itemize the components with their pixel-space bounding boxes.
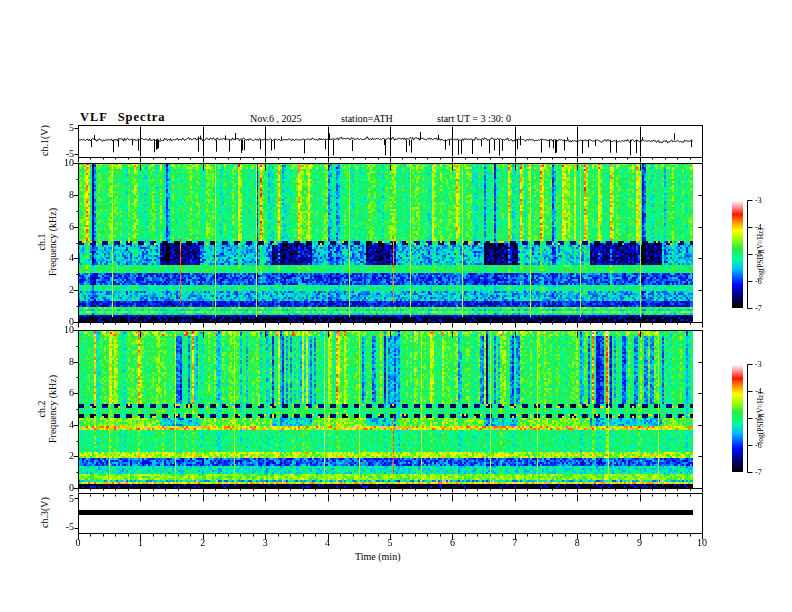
figure-title: VLF Spectra	[80, 110, 166, 125]
colorbar1-gradient	[732, 200, 743, 308]
spec2-y-tick-label: 8	[69, 356, 74, 367]
ch3-voltage-tick-label: 5	[69, 493, 74, 504]
ch2-axis-label-line2: Frequency (kHz)	[47, 349, 58, 469]
colorbar1-tick-label: -4	[755, 223, 762, 232]
ch3-voltage-axis-label: ch.3(V)	[39, 483, 50, 543]
x-tick-label: 8	[567, 537, 587, 548]
ch1-spectrogram-canvas	[78, 163, 702, 322]
colorbar2-tick-label: -5	[755, 414, 762, 423]
x-tick-label: 1	[130, 537, 150, 548]
colorbar2-tick-label: -4	[755, 387, 762, 396]
spec2-y-tick-label: 10	[64, 324, 74, 335]
ch1-axis-label-line2: Frequency (kHz)	[47, 182, 58, 302]
x-tick-label: 0	[68, 537, 88, 548]
ch1-frequency-axis-label: ch.1 Frequency (kHz)	[36, 182, 58, 302]
station-label: station=ATH	[341, 113, 393, 124]
colorbar1-tick-label: -7	[755, 304, 762, 313]
ch1-voltage-tick-label: -5	[66, 148, 74, 159]
ch3-voltage-tick-label: -5	[66, 521, 74, 532]
ch2-spectrogram-canvas	[78, 330, 702, 488]
x-tick-label: 2	[193, 537, 213, 548]
spec2-y-tick-label: 0	[69, 482, 74, 493]
spec2-y-tick-label: 2	[69, 450, 74, 461]
x-tick-label: 4	[318, 537, 338, 548]
x-tick-label: 9	[630, 537, 650, 548]
spec1-y-tick-label: 8	[69, 189, 74, 200]
x-tick-label: 3	[255, 537, 275, 548]
colorbar1-tick-label: -3	[755, 196, 762, 205]
spec2-y-tick-label: 4	[69, 419, 74, 430]
spec1-y-tick-label: 2	[69, 284, 74, 295]
ch1-voltage-tick-label: 5	[69, 122, 74, 133]
colorbar2-tick-label: -3	[755, 360, 762, 369]
vlf-spectra-figure: VLF Spectra Nov.6 , 2025 station=ATH sta…	[0, 0, 792, 612]
colorbar2-tick-label: -7	[755, 468, 762, 477]
x-tick-label: 10	[692, 537, 712, 548]
ch1-waveform-canvas	[78, 125, 702, 157]
spec1-y-tick-label: 4	[69, 252, 74, 263]
spec2-y-tick-label: 6	[69, 387, 74, 398]
colorbar2-tick-label: -6	[755, 441, 762, 450]
x-tick-label: 7	[505, 537, 525, 548]
x-tick-label: 5	[380, 537, 400, 548]
date-label: Nov.6 , 2025	[250, 113, 302, 124]
colorbar1-tick-label: -6	[755, 277, 762, 286]
start-ut-label: start UT = 3 :30: 0	[437, 113, 511, 124]
ch1-axis-label-line1: ch.1	[36, 182, 47, 302]
ch1-voltage-axis-label: ch.1(V)	[39, 111, 50, 171]
time-axis-label: Time (min)	[355, 551, 400, 562]
ch2-frequency-axis-label: ch.2 Frequency (kHz)	[36, 349, 58, 469]
colorbar1-tick-label: -5	[755, 250, 762, 259]
spec1-y-tick-label: 6	[69, 221, 74, 232]
colorbar2-gradient	[732, 364, 743, 472]
ch2-axis-label-line1: ch.2	[36, 349, 47, 469]
x-tick-label: 6	[442, 537, 462, 548]
